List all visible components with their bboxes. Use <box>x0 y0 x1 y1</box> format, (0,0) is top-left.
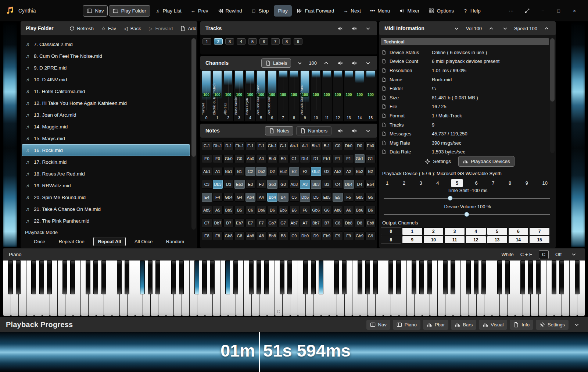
titlebar-button-play-folder[interactable]: Play Folder <box>109 5 150 17</box>
time-shift-slider-thumb[interactable] <box>448 196 452 201</box>
bottom-bar-nav-button[interactable]: Nav <box>366 320 390 330</box>
note-cell-B5[interactable]: B5 <box>234 206 245 215</box>
track-button-7[interactable]: 7 <box>271 38 280 45</box>
piano-key-Bb6[interactable] <box>427 261 432 294</box>
piano-key-Gb3[interactable] <box>249 261 254 294</box>
note-cell-Bb1[interactable]: Bb1 <box>223 167 234 176</box>
playback-devices-button[interactable]: Playback Devices <box>458 156 514 167</box>
output-channel-7[interactable]: 7 <box>529 227 550 235</box>
piano-key-Db8[interactable] <box>497 261 502 294</box>
playback-mode-repeat-one[interactable]: Repeat One <box>54 237 89 246</box>
note-cell-D1[interactable]: D1 <box>311 154 321 163</box>
output-channel-1[interactable]: 1 <box>402 227 423 235</box>
channels-volume-up-button[interactable] <box>320 58 331 68</box>
note-cell-B3[interactable]: B3 <box>322 180 332 189</box>
note-cell-Eb7[interactable]: Eb7 <box>234 219 245 227</box>
note-cell-F-1[interactable]: F-1 <box>256 141 266 150</box>
channel-strip-0[interactable]: Trumpet 100 0 <box>201 70 212 121</box>
note-cell-E9[interactable]: E9 <box>333 231 343 240</box>
piano-key-Gb5[interactable] <box>358 261 362 294</box>
note-cell-B7[interactable]: B7 <box>322 219 332 227</box>
piano-dropdown[interactable] <box>568 250 579 259</box>
output-channel-10[interactable]: 10 <box>423 236 444 244</box>
piano-key-Gb1[interactable] <box>140 261 145 294</box>
playlist-item[interactable]: ♬13. Joan of Arc.mid <box>22 109 190 121</box>
piano-key-Db6[interactable] <box>388 261 393 294</box>
note-cell-C2[interactable]: C2 <box>245 167 256 176</box>
channel-strip-11[interactable]: 100 11 <box>322 70 333 121</box>
output-channel-15[interactable]: 15 <box>529 236 550 244</box>
playback-device-5[interactable]: 5 <box>451 179 463 187</box>
titlebar-button-options[interactable]: Options <box>424 5 458 17</box>
note-cell-A-1[interactable]: A-1 <box>300 141 310 150</box>
piano-key-Gb-1[interactable] <box>31 261 36 294</box>
note-cell-E7[interactable]: E7 <box>245 219 256 227</box>
note-cell-B8[interactable]: B8 <box>278 231 288 240</box>
note-cell-C9[interactable]: C9 <box>289 231 300 240</box>
output-channel-13[interactable]: 13 <box>487 236 508 244</box>
note-cell-Bb6[interactable]: Bb6 <box>355 206 365 215</box>
notes-view-numbers-button[interactable]: Numbers <box>296 126 331 135</box>
note-cell-G0[interactable]: G0 <box>234 154 245 163</box>
titlebar-button-play[interactable]: Play <box>274 5 291 17</box>
output-channel-3[interactable]: 3 <box>444 227 465 235</box>
note-cell-F1[interactable]: F1 <box>344 154 354 163</box>
playlist-item[interactable]: ♬14. Maggie.mid <box>22 121 190 132</box>
note-cell-E5[interactable]: E5 <box>333 193 343 202</box>
note-cell-D2[interactable]: D2 <box>267 167 277 176</box>
note-cell-G-1[interactable]: G-1 <box>278 141 288 150</box>
output-channel-11[interactable]: 11 <box>444 236 465 244</box>
titlebar-button-fast-forward[interactable]: Fast Forward <box>293 5 338 17</box>
piano-key-Eb9[interactable] <box>559 261 564 294</box>
settings-button[interactable]: Settings <box>420 156 455 167</box>
note-cell-Eb6[interactable]: Eb6 <box>278 206 288 215</box>
piano-key-Db2[interactable] <box>171 261 176 294</box>
window-minimize-button[interactable]: − <box>537 5 549 16</box>
note-cell-D8[interactable]: D8 <box>355 219 365 227</box>
track-button-8[interactable]: 8 <box>282 38 291 45</box>
track-button-5[interactable]: 5 <box>248 38 257 45</box>
notes-mute-button[interactable] <box>334 126 345 135</box>
playback-device-9[interactable]: 9 <box>523 180 530 187</box>
note-cell-F9[interactable]: F9 <box>344 231 354 240</box>
folder-back-button[interactable]: ◁Back <box>120 24 144 33</box>
piano-key-Gb9[interactable] <box>575 261 580 294</box>
piano-key-Bb0[interactable] <box>101 261 106 294</box>
piano-key-Eb1[interactable] <box>125 261 129 294</box>
bottom-bar-visual-button[interactable]: Visual <box>479 320 507 330</box>
piano-key-Eb2[interactable] <box>179 261 184 294</box>
bottom-bar-dropdown[interactable] <box>571 320 582 329</box>
note-cell-Eb2[interactable]: Eb2 <box>278 167 288 176</box>
note-cell-Eb9[interactable]: Eb9 <box>322 231 332 240</box>
piano-key-Ab7[interactable] <box>474 261 478 294</box>
channel-strip-14[interactable]: 100 14 <box>354 70 365 121</box>
note-cell-Gb5[interactable]: Gb5 <box>355 193 365 202</box>
note-cell-Gb7[interactable]: Gb7 <box>267 219 277 227</box>
playlist-item[interactable]: ♬15. Marys.mid <box>22 132 190 144</box>
note-cell-D9[interactable]: D9 <box>311 231 321 240</box>
note-cell-D0[interactable]: D0 <box>355 141 365 150</box>
volume-up-button[interactable] <box>485 24 496 33</box>
note-cell-C-1[interactable]: C-1 <box>202 141 212 150</box>
output-channel-12[interactable]: 12 <box>466 236 486 244</box>
note-cell-Db3[interactable]: Db3 <box>213 180 223 189</box>
playback-mode-repeat-all[interactable]: Repeat All <box>93 237 125 246</box>
titlebar-button-stop[interactable]: □Stop <box>247 5 273 17</box>
piano-key-Db5[interactable] <box>334 261 339 294</box>
bottom-bar-pbar-button[interactable]: Pbar <box>423 320 448 330</box>
channel-strip-7[interactable]: 100 7 <box>278 70 289 121</box>
playlist-item[interactable]: ♬10. D 4INV.mid <box>22 74 190 85</box>
note-cell-Eb3[interactable]: Eb3 <box>234 180 245 189</box>
piano-key-Gb6[interactable] <box>412 261 416 294</box>
track-button-3[interactable]: 3 <box>225 38 234 45</box>
note-cell-D3[interactable]: D3 <box>223 180 234 189</box>
piano-key-Ab2[interactable] <box>202 261 207 294</box>
playlist-item[interactable]: ♬17. Rockin.mid <box>22 156 190 168</box>
piano-key-Ab-1[interactable] <box>39 261 44 294</box>
window-fullscreen-button[interactable] <box>521 5 533 16</box>
note-cell-C5[interactable]: C5 <box>289 193 300 202</box>
piano-key-Bb7[interactable] <box>481 261 486 294</box>
output-channel-2[interactable]: 2 <box>423 227 444 235</box>
note-cell-Eb5[interactable]: Eb5 <box>322 193 332 202</box>
folder-forward-button[interactable]: ▷Forward <box>145 24 176 33</box>
